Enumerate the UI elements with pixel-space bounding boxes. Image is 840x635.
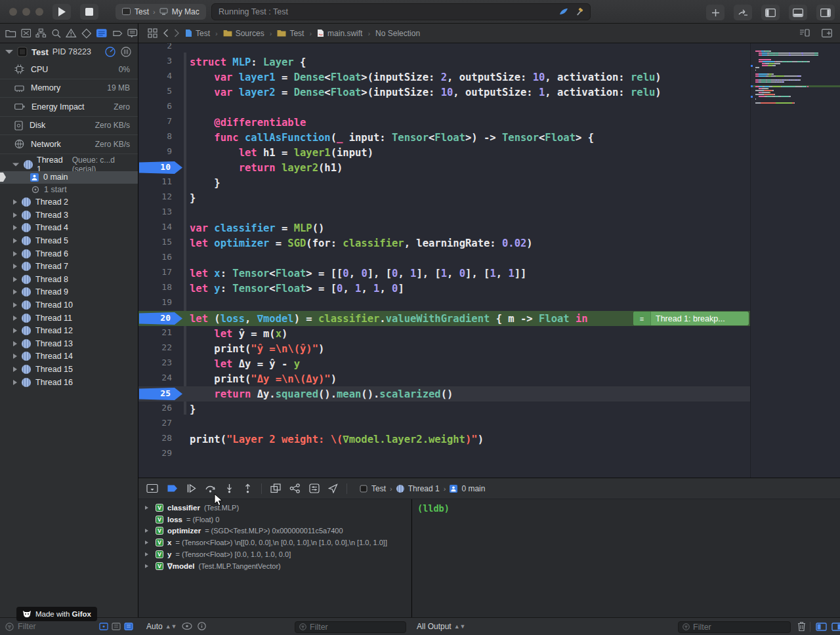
symbols-navigator-icon[interactable] — [21, 28, 32, 38]
toggle-variables-view-icon[interactable] — [816, 623, 827, 631]
breadcrumb-item-group[interactable]: Test — [277, 29, 304, 38]
gutter[interactable]: 15 — [138, 236, 186, 251]
gutter[interactable]: 23 — [138, 356, 186, 371]
disclosure-triangle-icon[interactable] — [145, 529, 152, 533]
disclosure-triangle-icon[interactable] — [5, 50, 13, 54]
gutter[interactable]: 19 — [138, 296, 186, 311]
debug-breadcrumb-frame[interactable]: 0 main — [461, 484, 485, 493]
gutter[interactable]: 8 — [138, 130, 186, 145]
editor-minimap[interactable] — [750, 43, 840, 478]
process-row[interactable]: Test PID 78223 — [0, 43, 138, 60]
thread-row[interactable]: Thread 2 — [0, 196, 138, 209]
source-editor[interactable]: 23struct MLP: Layer {4 var layer1 = Dens… — [138, 43, 750, 478]
breadcrumb-item-project[interactable]: Test — [185, 29, 210, 38]
code-line[interactable]: 18let y: Tensor<Float> = [0, 1, 1, 0] — [138, 281, 750, 296]
variable-row[interactable]: Vloss= (Float) 0 — [138, 514, 411, 525]
clear-console-trash-icon[interactable] — [797, 621, 806, 632]
breakpoint-marker[interactable]: 10 — [139, 161, 182, 174]
code-line[interactable]: 8 func callAsFunction(_ input: Tensor<Fl… — [138, 130, 750, 145]
thread-row[interactable]: Thread 7 — [0, 260, 138, 273]
gutter[interactable]: 9 — [138, 145, 186, 160]
gutter[interactable]: 11 — [138, 175, 186, 190]
issues-navigator-icon[interactable] — [66, 28, 77, 38]
simulate-location-button[interactable] — [328, 483, 338, 493]
gutter[interactable]: 29 — [138, 447, 186, 462]
code-line[interactable]: 25 return Δy.squared().mean().scalarized… — [138, 386, 750, 401]
continue-button[interactable] — [186, 483, 196, 493]
tests-navigator-icon[interactable] — [81, 28, 92, 39]
code-line[interactable]: 15let optimizer = SGD(for: classifier, l… — [138, 236, 750, 251]
disclosure-triangle-icon[interactable] — [13, 328, 17, 333]
gutter[interactable]: 25 — [138, 386, 186, 401]
window-zoom-button[interactable] — [35, 8, 43, 16]
gutter[interactable]: 21 — [138, 326, 186, 341]
related-items-icon[interactable] — [148, 28, 158, 38]
quicklook-eye-icon[interactable] — [182, 623, 192, 630]
code-line[interactable]: 9 let h1 = layer1(input) — [138, 145, 750, 160]
hide-debug-area-button[interactable] — [146, 483, 158, 493]
search-navigator-icon[interactable] — [51, 28, 62, 39]
build-hammer-icon[interactable] — [575, 8, 583, 16]
disclosure-triangle-icon[interactable] — [13, 289, 17, 295]
gauge-memory[interactable]: Memory 19 MB — [0, 79, 138, 98]
stack-frame-main[interactable]: 0 main — [0, 171, 138, 184]
breakpoint-hit-badge[interactable]: ≡Thread 1: breakp... — [633, 312, 749, 325]
toggle-debug-area-button[interactable] — [789, 5, 807, 20]
variables-view[interactable]: Vclassifier(Test.MLP)Vloss= (Float) 0Vop… — [138, 499, 411, 617]
gutter[interactable]: 12 — [138, 190, 186, 205]
code-line[interactable]: 10 return layer2(h1) — [138, 160, 750, 175]
code-line[interactable]: 20let (loss, ∇model) = classifier.valueW… — [138, 311, 750, 326]
thread-row[interactable]: Thread 3 — [0, 209, 138, 222]
code-line[interactable]: 5 var layer2 = Dense<Float>(inputSize: 1… — [138, 85, 750, 100]
console-view[interactable]: (lldb) — [411, 499, 840, 617]
gutter[interactable]: 28 — [138, 432, 186, 447]
gauge-network[interactable]: Network Zero KB/s — [0, 135, 138, 154]
code-line[interactable]: 11 } — [138, 175, 750, 190]
breakpoint-marker[interactable]: 25 — [139, 388, 182, 400]
filter-crashed-icon[interactable] — [124, 623, 133, 630]
disclosure-triangle-icon[interactable] — [12, 163, 19, 166]
gutter[interactable]: 13 — [138, 205, 186, 220]
code-line[interactable]: 28print("Layer 2 weight: \(∇model.layer2… — [138, 432, 750, 447]
toggle-navigator-button[interactable] — [761, 5, 780, 20]
disclosure-triangle-icon[interactable] — [13, 251, 17, 256]
disclosure-triangle-icon[interactable] — [145, 552, 152, 556]
run-button[interactable] — [52, 4, 71, 20]
view-mode-icon[interactable] — [121, 47, 131, 57]
step-over-button[interactable] — [205, 483, 216, 493]
disclosure-triangle-icon[interactable] — [13, 341, 17, 346]
filter-flagged-icon[interactable] — [112, 623, 121, 630]
code-line[interactable]: 26} — [138, 401, 750, 417]
thread-1-row[interactable]: Thread 1 Queue: c...d (serial) — [0, 158, 138, 171]
debug-memory-graph-button[interactable] — [289, 483, 301, 493]
code-line[interactable]: 23 let Δy = ŷ - y — [138, 356, 750, 371]
gutter[interactable]: 5 — [138, 85, 186, 100]
code-line[interactable]: 14var classifier = MLP() — [138, 220, 750, 236]
code-line[interactable]: 13 — [138, 205, 750, 220]
disclosure-triangle-icon[interactable] — [13, 354, 17, 359]
code-line[interactable]: 3struct MLP: Layer { — [138, 54, 750, 70]
disclosure-triangle-icon[interactable] — [13, 238, 17, 243]
gutter[interactable]: 26 — [138, 401, 186, 417]
disclosure-triangle-icon[interactable] — [13, 213, 17, 218]
forward-chevron-icon[interactable] — [174, 29, 180, 37]
code-line[interactable]: 22 print("ŷ =\n\(ŷ)") — [138, 341, 750, 356]
stop-button[interactable] — [80, 4, 98, 20]
code-line[interactable]: 6 — [138, 100, 750, 115]
breadcrumb-item-sources[interactable]: Sources — [223, 29, 264, 38]
window-minimize-button[interactable] — [22, 8, 30, 16]
gutter[interactable]: 2 — [138, 43, 186, 54]
variable-row[interactable]: Vx= (Tensor<Float>) \n[[0.0, 0.0],\n [0.… — [138, 537, 411, 548]
project-navigator-icon[interactable] — [5, 28, 16, 38]
code-line[interactable]: 19 — [138, 296, 750, 311]
gutter[interactable]: 7 — [138, 115, 186, 130]
gauge-energy[interactable]: Energy Impact Zero — [0, 98, 138, 117]
thread-row[interactable]: Thread 15 — [0, 363, 138, 376]
gutter[interactable]: 20 — [138, 311, 186, 326]
environment-overrides-button[interactable] — [309, 483, 320, 493]
gutter[interactable]: 22 — [138, 341, 186, 356]
disclosure-triangle-icon[interactable] — [13, 225, 17, 230]
gutter[interactable]: 6 — [138, 100, 186, 115]
add-editor-icon[interactable] — [822, 29, 832, 37]
disclosure-triangle-icon[interactable] — [13, 316, 17, 321]
